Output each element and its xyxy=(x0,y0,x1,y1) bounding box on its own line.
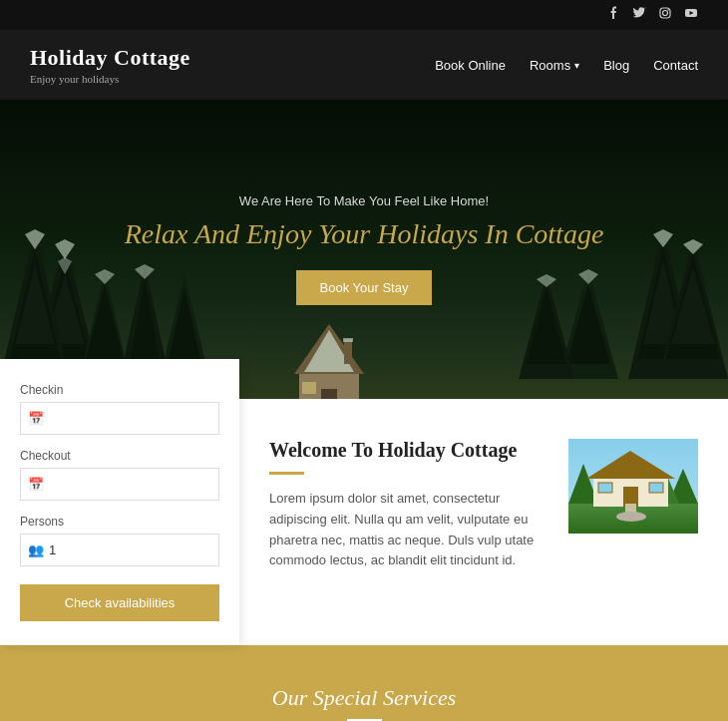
persons-label: Persons xyxy=(20,515,219,529)
checkout-label: Checkout xyxy=(20,449,219,463)
checkin-label: Checkin xyxy=(20,383,219,397)
house-illustration xyxy=(568,439,698,534)
calendar-icon: 📅 xyxy=(28,411,44,427)
hero-title: Relax And Enjoy Your Holidays In Cottage xyxy=(125,218,604,250)
nav-contact[interactable]: Contact xyxy=(653,58,698,73)
persons-input-wrapper: 👥 xyxy=(20,534,219,566)
svg-point-1 xyxy=(663,11,668,16)
persons-icon: 👥 xyxy=(28,542,44,558)
svg-rect-43 xyxy=(343,338,353,342)
welcome-title: Welcome To Holiday Cottage xyxy=(269,439,548,462)
svg-rect-40 xyxy=(321,389,337,399)
logo: Holiday Cottage Enjoy your holidays xyxy=(30,45,190,85)
logo-title: Holiday Cottage xyxy=(30,45,190,71)
twitter-link[interactable] xyxy=(632,6,646,24)
nav-blog[interactable]: Blog xyxy=(603,58,629,73)
welcome-section: Welcome To Holiday Cottage Lorem ipsum d… xyxy=(239,399,728,645)
youtube-link[interactable] xyxy=(684,6,698,24)
instagram-link[interactable] xyxy=(658,6,672,24)
checkout-group: Checkout 📅 xyxy=(20,449,219,501)
svg-rect-42 xyxy=(344,339,352,364)
welcome-image xyxy=(568,439,698,534)
nav-book-online[interactable]: Book Online xyxy=(435,58,506,73)
welcome-divider xyxy=(269,472,304,475)
welcome-text: Welcome To Holiday Cottage Lorem ipsum d… xyxy=(269,439,548,571)
logo-subtitle: Enjoy your holidays xyxy=(30,73,190,85)
hero-content: We Are Here To Make You Feel Like Home! … xyxy=(125,193,604,305)
checkout-input[interactable] xyxy=(20,468,219,501)
hero-subtitle: We Are Here To Make You Feel Like Home! xyxy=(125,193,604,208)
checkout-input-wrapper: 📅 xyxy=(20,468,219,501)
nav-rooms[interactable]: Rooms ▾ xyxy=(530,58,579,73)
middle-section: Checkin 📅 Checkout 📅 Persons 👥 Check ava… xyxy=(0,399,728,645)
persons-group: Persons 👥 xyxy=(20,515,219,566)
checkin-group: Checkin 📅 xyxy=(20,383,219,435)
booking-form: Checkin 📅 Checkout 📅 Persons 👥 Check ava… xyxy=(0,359,239,645)
check-availabilities-button[interactable]: Check availabilities xyxy=(20,584,219,621)
persons-input[interactable] xyxy=(20,534,219,566)
svg-rect-41 xyxy=(302,382,316,394)
checkin-input-wrapper: 📅 xyxy=(20,402,219,435)
header: Holiday Cottage Enjoy your holidays Book… xyxy=(0,30,728,100)
book-stay-button[interactable]: Book Your Stay xyxy=(296,270,433,305)
svg-rect-53 xyxy=(598,483,612,493)
services-title: Our Special Services xyxy=(30,685,698,711)
svg-rect-54 xyxy=(649,483,663,493)
hero-section: We Are Here To Make You Feel Like Home! … xyxy=(0,100,728,399)
calendar-icon-2: 📅 xyxy=(28,477,44,493)
chevron-down-icon: ▾ xyxy=(574,60,579,71)
welcome-body: Lorem ipsum dolor sit amet, consectetur … xyxy=(269,489,548,571)
services-section: Our Special Services Cam xyxy=(0,645,728,721)
main-nav: Book Online Rooms ▾ Blog Contact xyxy=(435,58,698,73)
facebook-link[interactable] xyxy=(606,6,620,24)
svg-point-2 xyxy=(667,9,669,11)
svg-point-56 xyxy=(616,512,646,522)
checkin-input[interactable] xyxy=(20,402,219,435)
top-bar xyxy=(0,0,728,30)
